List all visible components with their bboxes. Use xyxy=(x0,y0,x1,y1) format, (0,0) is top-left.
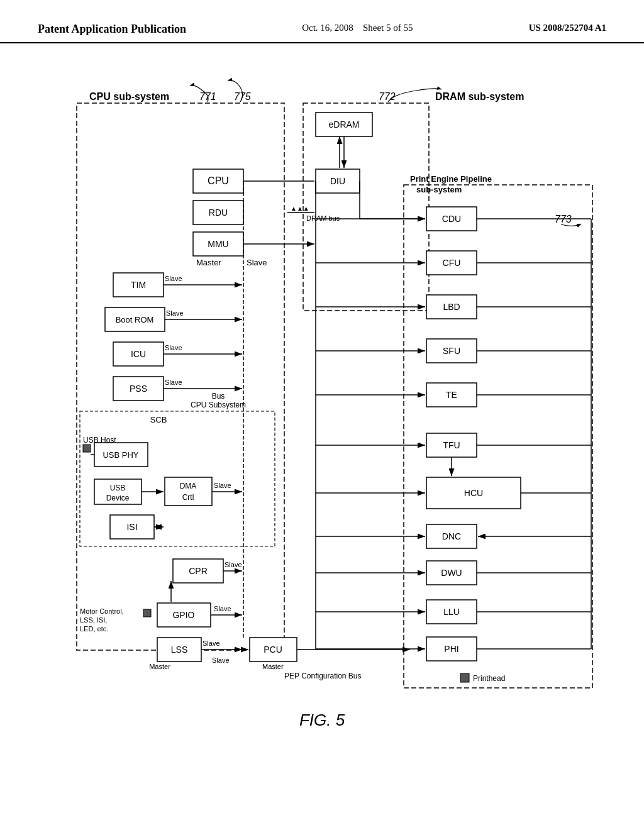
edram-label: eDRAM xyxy=(328,119,359,130)
cpu-subsystem-label: CPU sub-system xyxy=(89,91,169,102)
page-header: Patent Application Publication Oct. 16, … xyxy=(0,0,644,43)
slave-bootrom: Slave xyxy=(166,309,184,317)
pss-label: PSS xyxy=(130,384,147,394)
dram-subsystem-label: DRAM sub-system xyxy=(435,91,524,102)
cfu-label: CFU xyxy=(443,258,461,268)
pcu-label: PCU xyxy=(264,645,282,655)
header-sheet: Sheet 5 of 55 xyxy=(363,23,413,33)
icu-label: ICU xyxy=(131,349,146,359)
slave-icu: Slave xyxy=(165,344,182,351)
motor-label1: Motor Control, xyxy=(80,607,124,615)
header-center: Oct. 16, 2008 Sheet 5 of 55 xyxy=(302,23,413,33)
motor-label2: LSS, ISI, xyxy=(80,616,107,624)
dnc-label: DNC xyxy=(442,531,461,541)
scb-label: SCB xyxy=(150,415,167,424)
bus-cpu-label1: Bus xyxy=(212,392,225,401)
tfu-label: TFU xyxy=(443,440,460,450)
usbdevice-label1: USB xyxy=(110,484,126,492)
slave-gpio: Slave xyxy=(214,605,231,612)
pep-subsystem-label2: sub-system xyxy=(416,185,462,194)
lss-master-label: Master xyxy=(149,663,170,670)
diu-label: DIU xyxy=(330,176,345,186)
lbd-label: LBD xyxy=(443,302,460,312)
header-patent: US 2008/252704 A1 xyxy=(529,23,606,33)
dma-label1: DMA xyxy=(180,482,197,490)
usbdevice-label2: Device xyxy=(106,494,130,502)
isi-label: ISI xyxy=(126,522,137,532)
usbphy-label: USB PHY xyxy=(103,450,138,460)
slave-cpr: Slave xyxy=(225,561,242,568)
slave-lss: Slave xyxy=(203,639,220,647)
diagram-area: CPU sub-system 771 775 DRAM sub-system 7… xyxy=(39,56,605,748)
motor-label3: LED, etc. xyxy=(80,625,108,633)
dram-bus-label: DRAM bus xyxy=(306,214,340,222)
header-date: Oct. 16, 2008 xyxy=(302,23,353,33)
cpu-label: CPU xyxy=(208,175,229,186)
pep-config-bus-label: PEP Configuration Bus xyxy=(284,672,362,680)
mmu-label: MMU xyxy=(208,239,228,249)
bus-cpu-label2: CPU Subsystem xyxy=(191,401,246,409)
pep-subsystem-label: Print Engine Pipeline xyxy=(410,174,492,184)
usb-host-box xyxy=(83,445,91,452)
phi-label: PHI xyxy=(444,644,458,654)
figure-label: FIG. 5 xyxy=(299,711,345,729)
pcu-master-label: Master xyxy=(262,663,284,670)
header-title: Patent Application Publication xyxy=(38,23,186,36)
gpio-label: GPIO xyxy=(172,610,194,620)
dwu-label: DWU xyxy=(441,568,462,578)
llu-label: LLU xyxy=(443,607,460,617)
tim-label: TIM xyxy=(131,280,146,290)
cdu-label: CDU xyxy=(442,214,461,224)
master-label: Master xyxy=(196,258,221,267)
cpr-label: CPR xyxy=(189,566,208,576)
dram-arrows: ▲▲▲ xyxy=(291,205,309,212)
hcu-label: HCU xyxy=(464,488,483,498)
slave-label-top: Slave xyxy=(247,258,267,267)
printhead-box xyxy=(460,673,469,682)
ref-772: 772 xyxy=(379,91,396,102)
slave-pcu: Slave xyxy=(212,656,230,664)
dma-label2: Crtl xyxy=(182,493,194,502)
slave-dma: Slave xyxy=(214,482,231,489)
lss-label: LSS xyxy=(171,645,187,655)
te-label: TE xyxy=(446,390,457,400)
diagram-svg: CPU sub-system 771 775 DRAM sub-system 7… xyxy=(39,56,605,748)
gpio-indicator xyxy=(143,609,151,617)
bootrom-label: Boot ROM xyxy=(116,315,154,324)
slave-tim: Slave xyxy=(165,275,182,282)
rdu-label: RDU xyxy=(209,208,228,218)
printhead-label: Printhead xyxy=(473,674,505,683)
sfu-label: SFU xyxy=(443,346,460,356)
slave-pss: Slave xyxy=(165,379,182,386)
